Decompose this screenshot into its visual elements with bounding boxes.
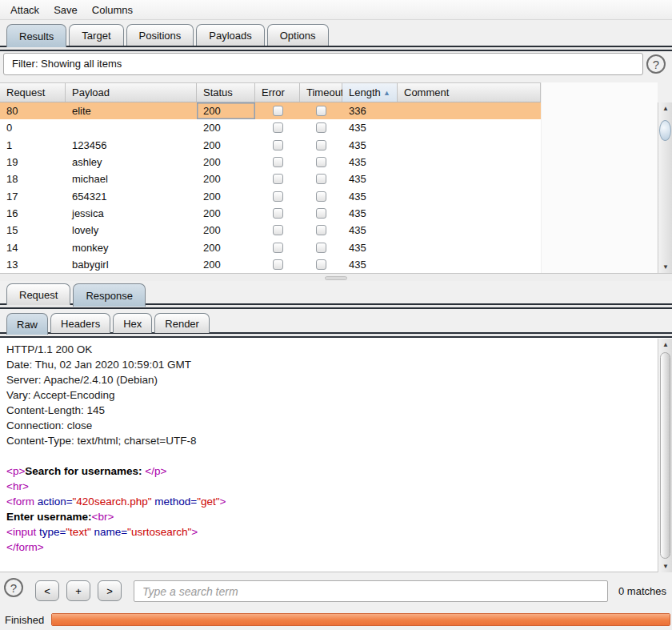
cell-status: 200 [197, 119, 255, 136]
response-segment-plain: Connection: close [6, 419, 92, 431]
scroll-up-icon[interactable]: ▲ [658, 339, 672, 351]
timeout-checkbox[interactable] [316, 106, 326, 116]
pane-splitter[interactable] [0, 273, 672, 281]
response-scrollbar[interactable]: ▲ ▼ [658, 339, 672, 572]
tab-hex[interactable]: Hex [113, 313, 152, 333]
cell-length: 435 [342, 205, 398, 222]
column-header-timeout[interactable]: Timeout [300, 83, 342, 102]
table-row[interactable]: 18 michael 200 435 [0, 171, 541, 187]
help-icon[interactable]: ? [646, 54, 666, 74]
cell-timeout [300, 154, 342, 171]
error-checkbox[interactable] [273, 174, 283, 184]
tab-headers[interactable]: Headers [50, 313, 110, 333]
column-header-payload[interactable]: Payload [66, 83, 197, 102]
response-segment-val: "420search.php" [73, 496, 152, 508]
column-header-label: Length [349, 86, 381, 98]
splitter-grip-icon[interactable] [325, 276, 347, 280]
column-header-label: Request [6, 86, 45, 98]
tab-positions[interactable]: Positions [126, 24, 194, 46]
tab-label: Options [280, 30, 316, 42]
help-icon[interactable]: ? [4, 578, 23, 597]
tab-response[interactable]: Response [73, 283, 146, 307]
table-row[interactable]: 16 jessica 200 435 [0, 205, 541, 222]
table-scrollbar-thumb[interactable] [659, 120, 671, 141]
table-row[interactable]: 80 elite 200 336 [0, 102, 541, 119]
response-scrollbar-thumb[interactable] [660, 352, 670, 559]
table-row[interactable]: 14 monkey 200 435 [0, 239, 541, 255]
menu-save[interactable]: Save [46, 2, 85, 18]
cell-length: 435 [342, 222, 398, 239]
cell-timeout [300, 119, 342, 136]
timeout-checkbox[interactable] [316, 243, 326, 253]
response-segment-attr: method= [151, 496, 197, 508]
error-checkbox[interactable] [273, 157, 283, 167]
timeout-checkbox[interactable] [316, 140, 326, 150]
column-header-comment[interactable]: Comment [398, 83, 541, 102]
timeout-checkbox[interactable] [316, 157, 326, 167]
error-checkbox[interactable] [273, 208, 283, 219]
response-segment-attr: action= [34, 496, 73, 508]
cell-length: 435 [342, 256, 398, 273]
tab-payloads[interactable]: Payloads [196, 24, 264, 46]
timeout-checkbox[interactable] [316, 122, 326, 133]
error-checkbox[interactable] [273, 140, 283, 150]
tab-raw[interactable]: Raw [6, 313, 48, 335]
response-line: HTTP/1.1 200 OK [6, 342, 666, 357]
table-row[interactable]: 13 babygirl 200 435 [0, 256, 541, 273]
error-checkbox[interactable] [273, 225, 283, 235]
cell-length: 435 [342, 187, 398, 204]
cell-length: 435 [342, 137, 398, 154]
error-checkbox[interactable] [273, 106, 283, 116]
cell-status: 200 [197, 222, 255, 239]
next-match-button[interactable]: > [98, 580, 122, 601]
menu-columns[interactable]: Columns [85, 2, 140, 18]
cell-length: 435 [342, 171, 398, 187]
error-checkbox[interactable] [273, 243, 283, 253]
timeout-checkbox[interactable] [316, 208, 326, 219]
tab-request[interactable]: Request [6, 283, 70, 305]
cell-error [255, 205, 300, 222]
table-row[interactable]: 17 654321 200 435 [0, 187, 541, 204]
tab-target[interactable]: Target [69, 24, 123, 46]
tab-render[interactable]: Render [154, 313, 210, 333]
menu-attack[interactable]: Attack [3, 2, 46, 18]
tab-results[interactable]: Results [6, 24, 66, 47]
error-checkbox[interactable] [273, 191, 283, 202]
cell-error [255, 137, 300, 154]
cell-request: 1 [0, 137, 66, 154]
table-row[interactable]: 1 123456 200 435 [0, 137, 541, 154]
scroll-down-icon[interactable]: ▼ [658, 560, 672, 572]
column-header-label: Status [203, 86, 233, 98]
response-viewer[interactable]: HTTP/1.1 200 OKDate: Thu, 02 Jan 2020 10… [0, 338, 672, 572]
sort-ascending-icon: ▲ [383, 89, 390, 97]
tab-label: Target [82, 30, 110, 42]
scroll-up-icon[interactable]: ▲ [658, 102, 672, 114]
response-segment-bold: Search for usernames: [25, 465, 145, 477]
filter-bar[interactable]: Filter: Showing all items [3, 53, 643, 75]
scroll-down-icon[interactable]: ▼ [658, 261, 672, 273]
table-row[interactable]: 0 200 435 [0, 119, 541, 136]
timeout-checkbox[interactable] [316, 225, 326, 235]
timeout-checkbox[interactable] [316, 259, 326, 270]
tab-label: Render [165, 318, 199, 330]
search-input[interactable] [134, 580, 608, 602]
error-checkbox[interactable] [273, 259, 283, 270]
timeout-checkbox[interactable] [316, 174, 326, 184]
response-line: Server: Apache/2.4.10 (Debian) [6, 372, 666, 387]
table-row[interactable]: 15 lovely 200 435 [0, 222, 541, 239]
cell-comment [398, 256, 541, 273]
prev-match-button[interactable]: < [35, 580, 59, 601]
table-row[interactable]: 19 ashley 200 435 [0, 154, 541, 171]
column-header-status[interactable]: Status [197, 83, 255, 102]
error-checkbox[interactable] [273, 122, 283, 133]
search-options-button[interactable]: + [66, 580, 90, 601]
cell-comment [398, 171, 541, 187]
column-header-length[interactable]: Length ▲ [342, 83, 398, 102]
cell-payload [66, 119, 197, 136]
column-header-error[interactable]: Error [255, 83, 300, 102]
timeout-checkbox[interactable] [316, 191, 326, 202]
tab-options[interactable]: Options [267, 24, 329, 46]
cell-payload: 123456 [66, 137, 197, 154]
table-scrollbar[interactable]: ▲ ▼ [658, 102, 672, 273]
column-header-request[interactable]: Request [0, 83, 66, 102]
